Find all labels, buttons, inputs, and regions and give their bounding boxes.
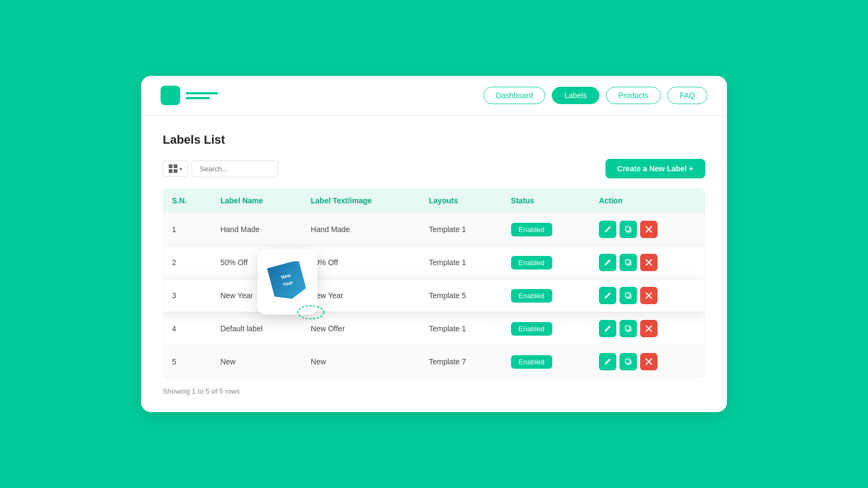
navbar: Dashboard Labels Products FAQ (141, 76, 727, 115)
dashed-circle-svg (297, 305, 325, 320)
delete-button[interactable] (640, 221, 658, 238)
toolbar-left: ▾ (163, 160, 278, 177)
cell-label-name: Default label (212, 312, 302, 345)
nav-faq[interactable]: FAQ (667, 87, 707, 104)
status-badge: Enabled (511, 355, 552, 369)
logo-lines (186, 92, 218, 99)
copy-button[interactable] (620, 353, 637, 370)
status-badge: Enabled (511, 322, 552, 336)
edit-button[interactable] (599, 254, 616, 271)
label-preview-popup: New Year (258, 249, 317, 314)
edit-button[interactable] (599, 221, 616, 238)
copy-button[interactable] (620, 254, 637, 271)
delete-button[interactable] (640, 320, 658, 337)
svg-rect-13 (626, 326, 630, 330)
cell-label-name: Hand Made (212, 213, 302, 246)
copy-button[interactable] (620, 287, 637, 304)
col-layouts: Layouts (420, 189, 502, 213)
cell-action (590, 312, 705, 345)
chevron-down-icon: ▾ (180, 166, 182, 172)
svg-rect-9 (626, 293, 630, 297)
edit-button[interactable] (599, 353, 616, 370)
table-wrapper: S.N. Label Name Label Text/image Layouts… (163, 188, 705, 378)
svg-rect-17 (626, 359, 630, 363)
create-label-button[interactable]: Create a New Label + (605, 159, 705, 178)
cell-status: Enabled (502, 279, 590, 312)
action-btns (599, 254, 696, 271)
logo-line-2 (186, 97, 210, 99)
status-badge: Enabled (511, 256, 552, 269)
action-btns (599, 353, 696, 370)
action-btns (599, 221, 696, 238)
cell-status: Enabled (502, 213, 590, 246)
col-sn: S.N. (163, 189, 212, 213)
cell-layout: Template 1 (420, 246, 502, 279)
search-input[interactable] (192, 160, 278, 177)
delete-button[interactable] (640, 254, 658, 271)
action-btns (599, 287, 696, 304)
svg-rect-1 (626, 227, 630, 231)
edit-button[interactable] (599, 287, 616, 304)
col-label-name: Label Name (212, 189, 302, 213)
nav-labels[interactable]: Labels (552, 87, 599, 104)
table-row: 5 New New Template 7 Enabled (163, 345, 705, 378)
labels-table: S.N. Label Name Label Text/image Layouts… (163, 189, 705, 378)
cell-label-text: Hand Made (302, 213, 420, 246)
col-action: Action (590, 189, 705, 213)
cell-action (590, 279, 705, 312)
copy-button[interactable] (620, 221, 637, 238)
cell-status: Enabled (502, 246, 590, 279)
cell-layout: Template 5 (420, 279, 502, 312)
nav-dashboard[interactable]: Dashboard (483, 87, 546, 104)
col-status: Status (502, 189, 590, 213)
cell-sn: 1 (163, 213, 212, 246)
cell-sn: 5 (163, 345, 212, 378)
ribbon-svg: New Year (267, 261, 308, 303)
main-card: Dashboard Labels Products FAQ Labels Lis… (141, 76, 727, 412)
svg-point-23 (298, 306, 324, 319)
grid-icon (169, 164, 177, 173)
delete-button[interactable] (640, 287, 658, 304)
logo-line-1 (186, 92, 218, 94)
cell-sn: 2 (163, 246, 212, 279)
cell-sn: 4 (163, 312, 212, 345)
cell-label-text: New (302, 345, 420, 378)
table-row: 2 50% Off 50% Off Template 1 Enabled (163, 246, 705, 279)
cell-status: Enabled (502, 312, 590, 345)
copy-button[interactable] (620, 320, 637, 337)
cell-action (590, 213, 705, 246)
table-footer: Showing 1 to 5 of 5 rows (163, 387, 705, 395)
status-badge: Enabled (511, 289, 552, 303)
page-title: Labels List (163, 133, 705, 147)
table-row: 1 Hand Made Hand Made Template 1 Enabled (163, 213, 705, 246)
logo-area (161, 86, 483, 105)
table-row: 3 New Year New Year Template 5 Enabled (163, 279, 705, 312)
content-area: Labels List ▾ Create a New Label + S.N. (141, 115, 727, 412)
table-header-row: S.N. Label Name Label Text/image Layouts… (163, 189, 705, 213)
svg-rect-5 (626, 260, 630, 264)
toolbar: ▾ Create a New Label + (163, 159, 705, 178)
nav-links: Dashboard Labels Products FAQ (483, 87, 707, 104)
cell-action (590, 246, 705, 279)
delete-button[interactable] (640, 353, 658, 370)
cell-action (590, 345, 705, 378)
cell-layout: Template 1 (420, 213, 502, 246)
col-label-text: Label Text/image (302, 189, 420, 213)
table-row: 4 Default label New Offer Template 1 Ena… (163, 312, 705, 345)
ribbon-shape: New Year (267, 261, 308, 303)
action-btns (599, 320, 696, 337)
edit-button[interactable] (599, 320, 616, 337)
grid-view-button[interactable]: ▾ (163, 160, 188, 177)
cell-layout: Template 7 (420, 345, 502, 378)
cell-label-name: New (212, 345, 302, 378)
cell-status: Enabled (502, 345, 590, 378)
nav-products[interactable]: Products (606, 87, 661, 104)
cell-sn: 3 (163, 279, 212, 312)
cell-layout: Template 1 (420, 312, 502, 345)
cell-label-text: 50% Off (302, 246, 420, 279)
logo-box (161, 86, 180, 105)
status-badge: Enabled (511, 223, 552, 236)
